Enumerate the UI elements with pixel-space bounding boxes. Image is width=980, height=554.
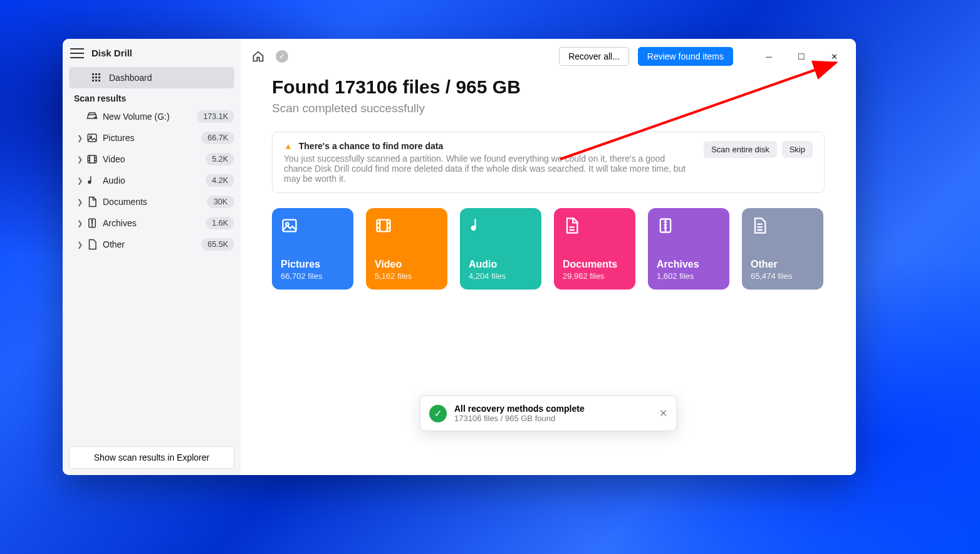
svg-rect-14 [283,220,296,232]
category-card-pictures[interactable]: Pictures66,702 files [272,208,353,290]
menu-icon[interactable] [70,48,84,58]
category-card-video[interactable]: Video5,162 files [366,208,447,290]
tree-label: Pictures [99,133,201,143]
tree-label: Audio [99,175,206,186]
sidebar-section-label: Scan results [63,88,241,106]
svg-rect-5 [98,76,100,78]
svg-rect-12 [88,155,96,163]
svg-rect-2 [98,73,100,75]
category-card-audio[interactable]: Audio4,204 files [460,208,541,290]
recover-all-button[interactable]: Recover all... [559,47,629,66]
toast-subtitle: 173106 files / 965 GB found [454,414,652,423]
card-subtitle: 29,962 files [563,271,627,281]
tree-row-audio[interactable]: ❯Audio4.2K [63,170,241,191]
window-maximize-button[interactable]: ☐ [790,52,813,61]
chevron-right-icon: ❯ [74,219,85,227]
svg-rect-16 [377,220,390,232]
window-minimize-button[interactable]: ─ [757,52,781,61]
category-card-archives[interactable]: Archives1,602 files [648,208,729,290]
doc-icon [85,196,99,207]
tree-label: Documents [99,197,207,207]
image-icon [85,132,99,144]
category-card-documents[interactable]: Documents29,962 files [554,208,635,290]
status-check-icon[interactable]: ✓ [274,49,289,64]
page-icon [85,239,99,250]
headline: Found 173106 files / 965 GB [272,76,825,98]
scan-entire-disk-button[interactable]: Scan entire disk [704,141,777,158]
success-check-icon: ✓ [429,405,447,422]
count-pill: 65.5K [201,238,234,251]
review-found-items-button[interactable]: Review found items [638,47,733,66]
tree-label: Other [99,239,201,249]
card-subtitle: 66,702 files [281,271,345,281]
count-pill: 1.6K [206,217,234,229]
skip-button[interactable]: Skip [782,141,813,158]
card-icon [469,217,533,242]
tree-row-other[interactable]: ❯Other65.5K [63,234,241,255]
notice-banner: ▲ There's a chance to find more data You… [272,132,825,193]
warning-icon: ▲ [284,141,293,151]
card-icon [375,217,439,242]
tree-row-documents[interactable]: ❯Documents30K [63,191,241,212]
count-pill: 5.2K [206,153,234,165]
tree-label: New Volume (G:) [99,112,197,122]
note-icon [85,175,99,186]
app-window: Disk Drill Dashboard Scan results New Vo… [63,39,856,475]
svg-point-9 [95,117,96,118]
card-icon [751,217,815,242]
count-pill: 30K [207,196,234,208]
chevron-right-icon: ❯ [74,198,85,206]
show-in-explorer-button[interactable]: Show scan results in Explorer [69,446,234,469]
home-icon[interactable] [251,49,266,64]
card-title: Archives [657,259,721,270]
tree-row-video[interactable]: ❯Video5.2K [63,149,241,170]
card-title: Other [751,259,815,270]
toast-title: All recovery methods complete [454,404,652,414]
sidebar: Disk Drill Dashboard Scan results New Vo… [63,39,241,475]
svg-rect-10 [88,134,96,142]
chevron-right-icon: ❯ [74,177,85,185]
tree-label: Video [99,154,206,164]
card-subtitle: 65,474 files [751,271,815,281]
card-subtitle: 4,204 files [469,271,533,281]
svg-rect-3 [92,76,94,78]
notice-title: ▲ There's a chance to find more data [284,141,695,151]
card-icon [657,217,721,242]
notice-text: You just successfully scanned a partitio… [284,154,695,184]
notice-title-text: There's a chance to find more data [299,141,444,151]
card-subtitle: 5,162 files [375,271,439,281]
film-icon [85,154,99,165]
toast-close-button[interactable]: ✕ [659,407,667,419]
svg-rect-6 [92,80,94,81]
main-panel: ✓ Recover all... Review found items ─ ☐ … [241,39,856,475]
tree-row-new-volume-g-[interactable]: New Volume (G:)173.1K [63,106,241,127]
completion-toast: ✓ All recovery methods complete 173106 f… [420,395,677,431]
card-icon [563,217,627,242]
count-pill: 4.2K [206,174,234,187]
chevron-right-icon: ❯ [74,134,85,142]
category-card-other[interactable]: Other65,474 files [742,208,823,290]
topbar: ✓ Recover all... Review found items ─ ☐ … [241,39,856,74]
svg-rect-7 [95,80,97,81]
grid-icon [91,73,102,83]
archive-icon [85,217,99,229]
subheadline: Scan completed successfully [272,102,825,115]
tree-row-pictures[interactable]: ❯Pictures66.7K [63,127,241,149]
sidebar-header: Disk Drill [63,39,241,67]
svg-rect-4 [95,76,97,78]
tree-row-archives[interactable]: ❯Archives1.6K [63,212,241,234]
count-pill: 173.1K [197,110,234,123]
card-title: Pictures [281,259,345,270]
window-close-button[interactable]: ✕ [822,52,846,61]
category-cards: Pictures66,702 filesVideo5,162 filesAudi… [272,208,825,290]
chevron-right-icon: ❯ [74,155,85,164]
drive-icon [85,111,99,122]
count-pill: 66.7K [201,132,234,144]
card-subtitle: 1,602 files [657,271,721,281]
nav-dashboard[interactable]: Dashboard [69,67,234,88]
svg-rect-8 [98,80,100,81]
content-area: Found 173106 files / 965 GB Scan complet… [241,74,856,290]
sidebar-tree: New Volume (G:)173.1K❯Pictures66.7K❯Vide… [63,106,241,255]
sidebar-footer: Show scan results in Explorer [63,440,241,475]
card-title: Audio [469,259,533,270]
